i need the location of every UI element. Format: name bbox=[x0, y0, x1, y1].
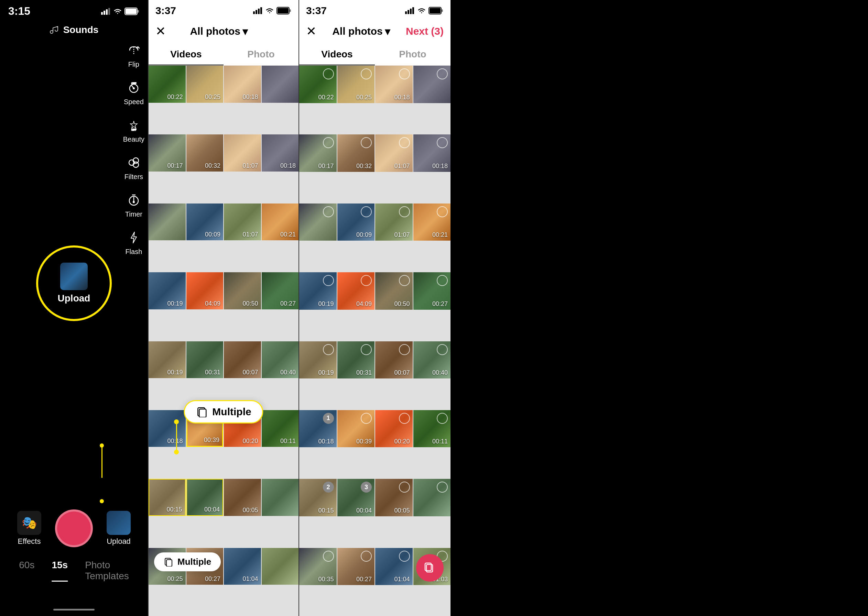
gr-photo-cell-20-selected[interactable]: 00:18 1 bbox=[299, 410, 337, 448]
upload-small-button[interactable]: Upload bbox=[107, 511, 131, 546]
gr-photo-cell-4[interactable]: 00:17 bbox=[299, 134, 337, 172]
photo-cell-24[interactable]: 00:15 bbox=[149, 479, 186, 516]
gr-photo-cell-27[interactable] bbox=[414, 479, 451, 516]
photo-cell-5[interactable]: 00:32 bbox=[186, 134, 223, 171]
photo-cell-3[interactable] bbox=[262, 66, 299, 103]
gr-photo-cell-5[interactable]: 00:32 bbox=[337, 134, 375, 172]
photo-cell-9[interactable]: 00:09 bbox=[186, 203, 223, 240]
gr-photo-cell-8[interactable] bbox=[299, 203, 337, 241]
flash-tool[interactable]: Flash bbox=[125, 229, 143, 256]
gr-photo-cell-14[interactable]: 00:50 bbox=[375, 272, 413, 310]
duration-15s[interactable]: 15s bbox=[52, 559, 68, 581]
multiple-tooltip-large[interactable]: Multiple bbox=[184, 400, 263, 423]
record-bottom-bar: 🎭 Effects Upload bbox=[0, 509, 148, 547]
duration-60s[interactable]: 60s bbox=[19, 559, 35, 581]
gr-photo-cell-11[interactable]: 00:21 bbox=[414, 203, 451, 241]
gr-photo-cell-22[interactable]: 00:20 bbox=[375, 410, 413, 448]
photo-cell-12[interactable]: 00:19 bbox=[149, 272, 186, 310]
gallery-right-tab-videos[interactable]: Videos bbox=[299, 44, 375, 65]
gr-photo-cell-7[interactable]: 00:18 bbox=[414, 134, 451, 172]
photo-cell-0[interactable]: 00:22 bbox=[149, 66, 186, 103]
photo-cell-6[interactable]: 01:07 bbox=[224, 134, 261, 171]
flip-icon bbox=[127, 43, 141, 57]
flip-tool[interactable]: Flip bbox=[125, 41, 143, 68]
gallery-right-header: ✕ All photos ▾ Next (3) bbox=[299, 19, 451, 44]
speed-tool[interactable]: OFF Speed bbox=[124, 79, 144, 106]
photo-cell-10[interactable]: 01:07 bbox=[224, 203, 261, 240]
gr-photo-cell-19[interactable]: 00:40 bbox=[414, 341, 451, 379]
photo-cell-2[interactable]: 00:18 bbox=[224, 66, 261, 103]
photo-cell-7[interactable]: 00:18 bbox=[262, 134, 299, 171]
photo-cell-20[interactable]: 00:18 bbox=[149, 410, 186, 447]
gr-photo-cell-18[interactable]: 00:07 bbox=[375, 341, 413, 379]
gr-photo-cell-21[interactable]: 00:39 bbox=[337, 410, 375, 448]
gallery-left-tab-photo[interactable]: Photo bbox=[223, 44, 299, 65]
gr-photo-cell-10[interactable]: 01:07 bbox=[375, 203, 413, 241]
photo-cell-1[interactable]: 00:25 bbox=[186, 66, 223, 103]
gr-photo-cell-2[interactable]: 00:18 bbox=[375, 66, 413, 103]
gallery-right-status: 3:37 bbox=[299, 0, 451, 19]
photo-cell-17[interactable]: 00:31 bbox=[186, 341, 223, 379]
connector-line bbox=[101, 443, 102, 478]
photo-cell-19[interactable]: 00:40 bbox=[262, 341, 299, 379]
svg-rect-18 bbox=[256, 10, 257, 14]
photo-cell-23[interactable]: 00:11 bbox=[262, 410, 299, 447]
camera-panel: 3:15 Sounds bbox=[0, 0, 148, 616]
flash-label: Flash bbox=[125, 248, 142, 256]
multiple-record-button[interactable] bbox=[416, 554, 443, 581]
gr-photo-cell-12[interactable]: 00:19 bbox=[299, 272, 337, 310]
filters-tool[interactable]: Filters bbox=[124, 154, 143, 181]
duration-tabs: 60s 15s Photo Templates bbox=[19, 559, 129, 581]
gallery-left-tab-videos[interactable]: Videos bbox=[149, 44, 223, 65]
photo-cell-26[interactable]: 00:05 bbox=[224, 479, 261, 516]
status-icons bbox=[101, 8, 140, 15]
gr-photo-cell-23[interactable]: 00:11 bbox=[414, 410, 451, 448]
gr-photo-cell-3[interactable] bbox=[414, 66, 451, 103]
photo-cell-16[interactable]: 00:19 bbox=[149, 341, 186, 379]
gr-photo-cell-29[interactable]: 00:27 bbox=[337, 548, 375, 585]
photo-cell-4[interactable]: 00:17 bbox=[149, 134, 186, 171]
photo-cell-13[interactable]: 04:09 bbox=[186, 272, 223, 310]
photo-cell-18[interactable]: 00:07 bbox=[224, 341, 261, 379]
photo-cell-14[interactable]: 00:50 bbox=[224, 272, 261, 310]
photo-cell-30[interactable]: 01:04 bbox=[224, 548, 261, 585]
svg-rect-34 bbox=[442, 9, 443, 12]
gallery-right-next[interactable]: Next (3) bbox=[406, 25, 443, 37]
beauty-icon: OFF bbox=[127, 118, 141, 132]
gallery-right-panel: 3:37 ✕ All photos ▾ bbox=[299, 0, 451, 616]
photo-cell-8[interactable] bbox=[149, 203, 186, 240]
gr-photo-cell-17[interactable]: 00:31 bbox=[337, 341, 375, 379]
timer-tool[interactable]: 3 Timer bbox=[125, 191, 143, 218]
photo-cell-25[interactable]: 00:04 bbox=[186, 479, 223, 516]
record-button[interactable] bbox=[55, 509, 93, 547]
gr-photo-cell-13[interactable]: 04:09 bbox=[337, 272, 375, 310]
gr-photo-cell-1[interactable]: 00:25 bbox=[337, 66, 375, 103]
photo-cell-15[interactable]: 00:27 bbox=[262, 272, 299, 310]
svg-rect-22 bbox=[278, 8, 289, 13]
effects-button[interactable]: 🎭 Effects bbox=[17, 511, 41, 546]
gr-photo-cell-6[interactable]: 01:07 bbox=[375, 134, 413, 172]
gr-photo-cell-0[interactable]: 00:22 bbox=[299, 66, 337, 103]
gr-photo-cell-15[interactable]: 00:27 bbox=[414, 272, 451, 310]
photo-cell-31[interactable] bbox=[262, 548, 299, 585]
gr-photo-cell-28[interactable]: 00:35 bbox=[299, 548, 337, 585]
gallery-left-close[interactable]: ✕ bbox=[156, 24, 166, 39]
upload-circle-label: Upload bbox=[58, 293, 90, 304]
music-icon bbox=[50, 25, 59, 35]
gr-photo-cell-26[interactable]: 00:05 bbox=[375, 479, 413, 516]
gr-photo-cell-30[interactable]: 01:04 bbox=[375, 548, 413, 585]
gr-photo-cell-25-selected[interactable]: 00:04 3 bbox=[337, 479, 375, 516]
photo-cell-11[interactable]: 00:21 bbox=[262, 203, 299, 240]
speed-icon: OFF bbox=[127, 81, 141, 94]
duration-photo-templates[interactable]: Photo Templates bbox=[85, 559, 129, 581]
gr-photo-cell-9[interactable]: 00:09 bbox=[337, 203, 375, 241]
gr-photo-cell-24-selected[interactable]: 00:15 2 bbox=[299, 479, 337, 516]
gr-photo-cell-16[interactable]: 00:19 bbox=[299, 341, 337, 379]
selection-badge-1: 1 bbox=[323, 413, 334, 424]
multiple-tooltip-small[interactable]: Multiple bbox=[154, 552, 221, 571]
gallery-right-tab-photo[interactable]: Photo bbox=[375, 44, 451, 65]
beauty-tool[interactable]: OFF Beauty bbox=[123, 116, 145, 143]
gallery-right-close[interactable]: ✕ bbox=[306, 24, 316, 39]
camera-status-bar: 3:15 bbox=[0, 0, 148, 17]
photo-cell-27[interactable] bbox=[262, 479, 299, 516]
